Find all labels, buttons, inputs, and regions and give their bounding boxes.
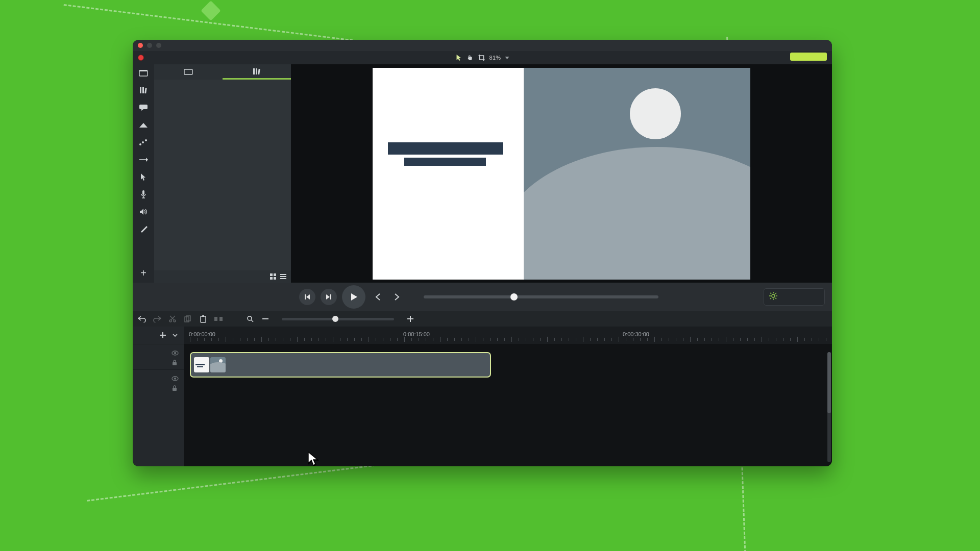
track-lock-icon[interactable] — [172, 384, 179, 391]
playback-scrubber[interactable] — [424, 295, 658, 298]
ruler-tick — [590, 338, 591, 341]
ruler-tick — [490, 338, 491, 341]
next-marker-button[interactable] — [390, 290, 404, 304]
timeline-zoom-slider[interactable] — [282, 318, 394, 320]
ruler-tick — [483, 338, 483, 341]
ruler-tick — [218, 338, 219, 341]
image-wave-shape — [524, 147, 750, 280]
sidebar-transitions-icon[interactable] — [138, 119, 149, 131]
app-window: 81% — [133, 40, 832, 466]
svg-line-42 — [251, 320, 253, 322]
ruler-tick — [454, 338, 455, 341]
sidebar-add-button[interactable]: + — [138, 267, 149, 279]
svg-point-49 — [174, 352, 176, 354]
crop-tool-icon[interactable] — [478, 54, 485, 61]
pan-tool-icon[interactable] — [467, 54, 474, 61]
scrollbar-thumb[interactable] — [827, 352, 831, 413]
play-button[interactable] — [342, 285, 365, 309]
ruler-tick — [726, 337, 726, 342]
svg-point-7 — [142, 141, 144, 143]
svg-rect-53 — [173, 388, 177, 391]
ruler-tick — [383, 338, 383, 341]
ruler-tick — [662, 338, 662, 341]
panel-tab-library[interactable] — [223, 64, 291, 80]
preview-canvas[interactable] — [373, 68, 750, 280]
track-lock-icon[interactable] — [172, 359, 179, 366]
panel-list-view-icon[interactable] — [280, 273, 287, 280]
zoom-slider-thumb[interactable] — [332, 316, 338, 322]
panel-grid-view-icon[interactable] — [270, 273, 277, 280]
ruler-tick — [318, 338, 319, 341]
svg-rect-39 — [214, 317, 217, 321]
panel-tab-media[interactable] — [154, 64, 223, 80]
track-2-header[interactable] — [133, 369, 184, 395]
step-forward-button[interactable] — [321, 289, 337, 305]
sidebar-media-bin-icon[interactable] — [138, 67, 149, 79]
ruler-tick — [311, 338, 312, 341]
zoom-search-icon[interactable] — [246, 315, 254, 323]
svg-point-52 — [174, 378, 176, 380]
ruler-tick — [247, 338, 248, 341]
step-back-button[interactable] — [299, 289, 315, 305]
media-clip[interactable] — [190, 352, 491, 378]
svg-point-34 — [174, 320, 176, 322]
main-area: + — [133, 64, 832, 283]
sidebar-library-icon[interactable] — [138, 85, 149, 96]
timeline-scrollbar[interactable] — [827, 352, 831, 462]
svg-rect-23 — [330, 294, 331, 299]
svg-rect-47 — [160, 335, 166, 336]
undo-button[interactable] — [138, 315, 146, 323]
add-track-button[interactable] — [159, 332, 166, 339]
ruler-tick — [240, 338, 240, 341]
track-1-header[interactable] — [133, 344, 184, 369]
copy-button — [184, 315, 192, 323]
record-button[interactable] — [138, 55, 144, 61]
ruler-tick — [433, 338, 433, 341]
properties-button[interactable] — [764, 288, 825, 306]
select-tool-icon[interactable] — [456, 54, 463, 61]
zoom-in-button[interactable] — [406, 315, 414, 323]
sidebar-behaviors-icon[interactable] — [138, 137, 149, 148]
window-zoom-button[interactable] — [156, 43, 161, 48]
svg-point-24 — [772, 294, 775, 297]
canvas-title-slide — [373, 68, 524, 280]
sidebar-animations-icon[interactable] — [138, 154, 149, 165]
sidebar-cursor-effects-icon[interactable] — [138, 171, 149, 183]
split-button — [214, 315, 223, 323]
ruler-tick — [633, 338, 633, 341]
svg-rect-22 — [305, 294, 306, 299]
track-row-1[interactable] — [184, 352, 832, 380]
ruler-tick — [819, 338, 819, 341]
zoom-dropdown-icon[interactable] — [505, 57, 509, 59]
ruler-tick — [326, 338, 326, 341]
ruler-tick — [733, 338, 733, 341]
previous-marker-button[interactable] — [371, 290, 385, 304]
svg-rect-14 — [258, 68, 260, 74]
ruler-tick — [619, 337, 619, 342]
track-visibility-icon[interactable] — [172, 374, 179, 381]
window-minimize-button[interactable] — [147, 43, 152, 48]
svg-rect-5 — [139, 105, 148, 109]
clip-thumb-image — [210, 357, 226, 372]
zoom-out-button[interactable] — [261, 315, 270, 323]
ruler-tick — [426, 338, 426, 341]
ruler-tick — [283, 338, 283, 341]
ruler-tick — [697, 338, 698, 341]
ruler-tick — [376, 338, 376, 341]
track-options-button[interactable] — [172, 332, 179, 339]
ruler-tick — [826, 338, 826, 341]
svg-rect-21 — [280, 278, 286, 279]
paste-button[interactable] — [199, 315, 207, 323]
playhead-thumb[interactable] — [510, 293, 518, 300]
sidebar-voice-icon[interactable] — [138, 189, 149, 200]
track-visibility-icon[interactable] — [172, 348, 179, 356]
ruler-tick — [683, 338, 683, 341]
ruler-tick — [504, 338, 505, 341]
sidebar-audio-effects-icon[interactable] — [138, 206, 149, 217]
window-close-button[interactable] — [138, 43, 143, 48]
track-row-2[interactable] — [184, 392, 832, 419]
sidebar-annotations-icon[interactable] — [138, 102, 149, 113]
share-button[interactable] — [790, 53, 827, 61]
timeline-ruler[interactable]: 0:00:00:00 0:00:15:00 0:00:30:00 — [184, 327, 832, 344]
sidebar-visual-effects-icon[interactable] — [138, 223, 149, 235]
